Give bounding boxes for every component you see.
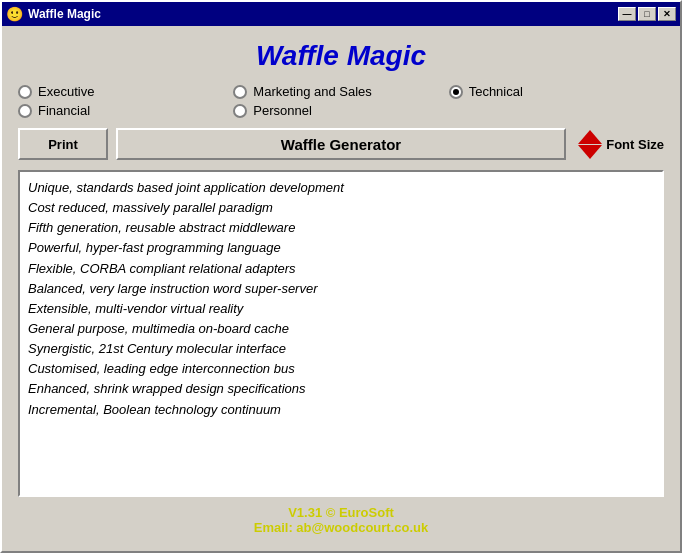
titlebar-title: Waffle Magic bbox=[28, 7, 618, 21]
list-item: Powerful, hyper-fast programming languag… bbox=[28, 238, 654, 258]
maximize-button[interactable]: □ bbox=[638, 7, 656, 21]
list-item: Synergistic, 21st Century molecular inte… bbox=[28, 339, 654, 359]
footer: V1.31 © EuroSoft Email: ab@woodcourt.co.… bbox=[18, 497, 664, 541]
radio-financial-input[interactable] bbox=[18, 104, 32, 118]
decrease-font-icon[interactable] bbox=[578, 145, 602, 159]
waffle-generator-button[interactable]: Waffle Generator bbox=[116, 128, 566, 160]
radio-technical-label: Technical bbox=[469, 84, 523, 99]
font-size-spinner-icon[interactable] bbox=[578, 130, 602, 159]
list-item: Customised, leading edge interconnection… bbox=[28, 359, 654, 379]
list-item: Enhanced, shrink wrapped design specific… bbox=[28, 379, 654, 399]
footer-line1: V1.31 © EuroSoft bbox=[18, 505, 664, 520]
list-item: General purpose, multimedia on-board cac… bbox=[28, 319, 654, 339]
radio-financial-label: Financial bbox=[38, 103, 90, 118]
app-title: Waffle Magic bbox=[18, 40, 664, 72]
list-item: Unique, standards based joint applicatio… bbox=[28, 178, 654, 198]
radio-executive[interactable]: Executive bbox=[18, 84, 233, 99]
radio-personnel-label: Personnel bbox=[253, 103, 312, 118]
main-window: 🙂 Waffle Magic — □ ✕ Waffle Magic Execut… bbox=[0, 0, 682, 553]
list-item: Incremental, Boolean technology continuu… bbox=[28, 400, 654, 420]
radio-executive-label: Executive bbox=[38, 84, 94, 99]
list-item: Flexible, CORBA compliant relational ada… bbox=[28, 259, 654, 279]
titlebar: 🙂 Waffle Magic — □ ✕ bbox=[2, 2, 680, 26]
output-text-area[interactable]: Unique, standards based joint applicatio… bbox=[18, 170, 664, 497]
radio-executive-input[interactable] bbox=[18, 85, 32, 99]
list-item: Fifth generation, reusable abstract midd… bbox=[28, 218, 654, 238]
footer-line2: Email: ab@woodcourt.co.uk bbox=[18, 520, 664, 535]
increase-font-icon[interactable] bbox=[578, 130, 602, 144]
titlebar-buttons: — □ ✕ bbox=[618, 7, 676, 21]
close-button[interactable]: ✕ bbox=[658, 7, 676, 21]
radio-financial[interactable]: Financial bbox=[18, 103, 233, 118]
font-size-label: Font Size bbox=[606, 137, 664, 152]
toolbar: Print Waffle Generator Font Size bbox=[18, 128, 664, 160]
radio-marketing-input[interactable] bbox=[233, 85, 247, 99]
text-list: Unique, standards based joint applicatio… bbox=[28, 178, 654, 420]
radio-personnel[interactable]: Personnel bbox=[233, 103, 448, 118]
font-size-area: Font Size bbox=[574, 130, 664, 159]
radio-empty bbox=[449, 103, 664, 118]
list-item: Cost reduced, massively parallel paradig… bbox=[28, 198, 654, 218]
radio-technical-input[interactable] bbox=[449, 85, 463, 99]
radio-personnel-input[interactable] bbox=[233, 104, 247, 118]
radio-section: Executive Marketing and Sales Technical … bbox=[18, 84, 664, 118]
radio-technical[interactable]: Technical bbox=[449, 84, 664, 99]
list-item: Balanced, very large instruction word su… bbox=[28, 279, 654, 299]
radio-marketing-label: Marketing and Sales bbox=[253, 84, 372, 99]
radio-marketing[interactable]: Marketing and Sales bbox=[233, 84, 448, 99]
list-item: Extensible, multi-vendor virtual reality bbox=[28, 299, 654, 319]
print-button[interactable]: Print bbox=[18, 128, 108, 160]
content-area: Waffle Magic Executive Marketing and Sal… bbox=[2, 26, 680, 551]
titlebar-icon: 🙂 bbox=[6, 6, 22, 22]
minimize-button[interactable]: — bbox=[618, 7, 636, 21]
